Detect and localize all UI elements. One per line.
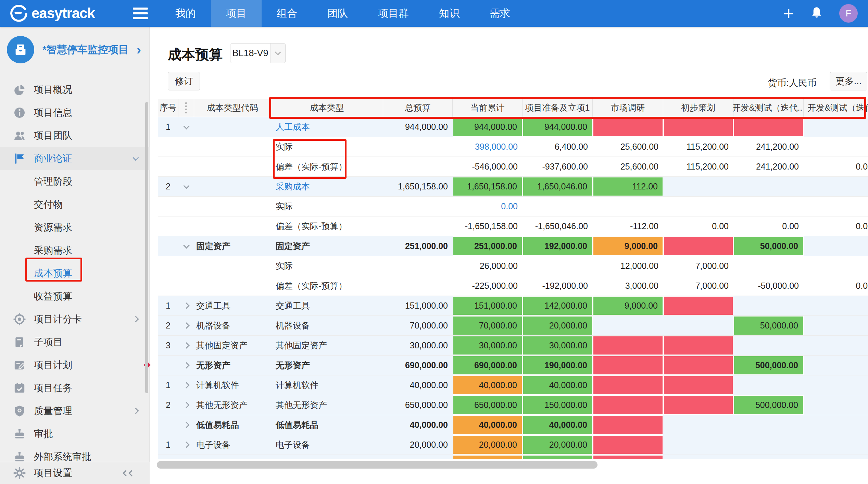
sidebar-item-14[interactable]: 项目任务 [0,376,150,399]
chevron-down-icon[interactable] [133,154,139,161]
scorecard-icon [12,312,27,327]
sidebar-item-16[interactable]: 审批 [0,422,150,445]
cost-type-cell[interactable]: 采购成本 [271,177,383,196]
value-cell-p4 [733,455,804,459]
sidebar-item-5[interactable]: 管理阶段 [0,170,150,193]
sidebar-item-3[interactable]: 项目团队 [0,124,150,147]
value-cell-p5 [804,236,868,256]
column-header-p4: 开发&测试（迭代... [733,99,804,117]
value-cell-p2 [593,435,663,455]
collapse-sidebar-icon[interactable] [124,471,134,475]
value-cell-budget [383,216,453,236]
column-header-code: 成本类型代码 [194,99,271,117]
sidebar-item-2[interactable]: 项目信息 [0,101,150,124]
sidebar-item-1[interactable]: 项目概况 [0,78,150,101]
value-cell-p4 [733,177,804,196]
value-cell-p3: 7,000.00 [663,256,733,276]
sidebar-item-label: 项目任务 [34,382,150,395]
cost-type-code-cell [194,256,271,276]
value-cell-p4: 50,000.00 [733,316,804,335]
sidebar-scrollbar[interactable] [145,102,148,393]
nav-tab-1[interactable]: 我的 [160,0,211,27]
value-cell-p1: 40,000.00 [523,375,593,395]
value-cell-p2 [593,117,663,137]
project-chevron-right-icon[interactable]: › [137,42,141,58]
project-header[interactable]: *智慧停车监控项目 › [0,27,149,73]
plus-icon[interactable]: + [783,4,794,23]
cost-type-cell: 无形资产 [271,356,383,375]
brand-logo[interactable]: easytrack [0,4,127,23]
sidebar-item-15[interactable]: 质量管理 [0,399,150,422]
chevron-right-icon[interactable] [183,422,189,428]
value-cell-current: -225,000.00 [453,276,523,296]
nav-tab-7[interactable]: 需求 [475,0,525,27]
nav-tab-3[interactable]: 组合 [262,0,312,27]
more-button[interactable]: 更多... [830,72,867,90]
chevron-down-icon[interactable] [183,183,189,189]
value-cell-p5: 0.00 [804,276,868,296]
column-options-icon[interactable] [185,102,187,113]
chevron-down-icon[interactable] [183,123,189,129]
nav-tab-2[interactable]: 项目 [211,0,262,27]
row-seq [158,236,178,256]
value-cell-p2: 12,000.00 [593,256,663,276]
user-avatar[interactable]: F [839,4,858,23]
bell-icon[interactable] [810,6,823,21]
value-cell-p1 [523,256,593,276]
nav-tab-4[interactable]: 团队 [312,0,363,27]
chevron-right-icon[interactable] [183,362,189,368]
row-seq [158,137,178,157]
value-cell-p5 [804,415,868,435]
chevron-right-icon[interactable] [183,442,189,448]
sidebar-item-7[interactable]: 资源需求 [0,216,150,239]
value-cell-p4: -50,000.00 [733,276,804,296]
sidebar-item-11[interactable]: 项目计分卡 [0,308,150,331]
sidebar-item-6[interactable]: 交付物 [0,193,150,216]
sidebar-item-12[interactable]: 子项目 [0,331,150,353]
sidebar-item-9[interactable]: 成本预算 [0,262,150,285]
value-cell-p3 [663,435,733,455]
row-expand-cell [178,356,194,375]
row-seq: 2 [158,316,178,335]
value-cell-p1: 20,000.00 [523,316,593,335]
chevron-right-icon[interactable] [133,408,139,414]
revise-button[interactable]: 修订 [168,72,200,90]
cost-type-cell[interactable]: 人工成本 [271,117,383,137]
chevron-down-icon[interactable] [183,242,189,248]
sidebar-item-project-settings[interactable]: 项目设置 [0,462,150,484]
sidebar-item-13[interactable]: 项目计划 [0,353,150,376]
hamburger-icon[interactable] [133,8,148,19]
chevron-right-icon[interactable] [133,316,139,322]
sidebar-item-10[interactable]: 收益预算 [0,285,150,308]
chevron-right-icon[interactable] [183,302,189,309]
chevron-right-icon[interactable] [183,402,189,408]
version-select[interactable]: BL18-V9 [230,43,286,63]
chevron-right-icon[interactable] [183,382,189,388]
cost-type-cell: 偏差（实际-预算） [271,276,383,296]
row-expand-cell [178,276,194,296]
cost-type-code-cell [194,455,271,459]
row-expand-cell [178,216,194,236]
row-expand-cell [178,117,194,137]
value-cell-p4 [733,296,804,315]
horizontal-scrollbar[interactable] [157,461,597,469]
cost-type-cell: 其他无形资产 [271,395,383,415]
value-cell-budget: 30,000.00 [383,336,453,355]
column-header-current: 当前累计 [453,99,523,117]
nav-tab-5[interactable]: 项目群 [363,0,424,27]
chevron-right-icon[interactable] [183,322,189,328]
sidebar-item-label: 收益预算 [34,290,150,303]
column-header-budget: 总预算 [383,99,453,117]
row-expand-cell [178,316,194,335]
sidebar-item-4[interactable]: 商业论证 [0,147,150,170]
value-cell-p5 [804,197,868,216]
nav-tab-6[interactable]: 知识 [424,0,475,27]
sidebar-item-8[interactable]: 采购需求 [0,239,150,262]
table-row-group: 固定资产固定资产251,000.00251,000.00192,000.009,… [158,236,868,256]
value-cell-p5 [804,177,868,196]
gear-icon [12,466,27,481]
chevron-right-icon[interactable] [183,342,189,348]
value-cell-current: 40,000.00 [453,415,523,435]
value-cell-p3 [663,236,733,256]
cost-type-cell: 偏差（实际-预算） [271,157,383,176]
